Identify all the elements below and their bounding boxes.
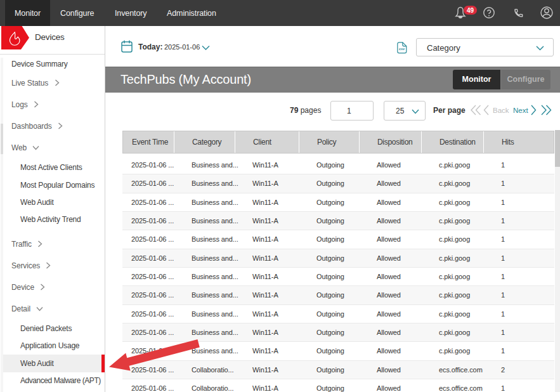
svg-text:csv: csv bbox=[399, 47, 405, 51]
svg-text:49: 49 bbox=[467, 7, 474, 14]
